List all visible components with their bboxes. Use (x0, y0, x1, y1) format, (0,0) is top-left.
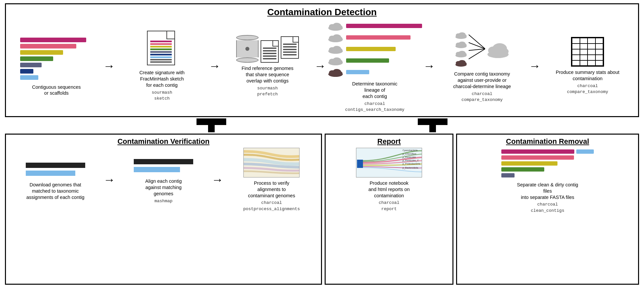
svg-point-27 (462, 44, 467, 47)
step-taxonomy-cmd: charcoalcontigs_search_taxonomy (345, 101, 404, 113)
cloud-icon-2 (328, 32, 343, 42)
step-align-cmd: mashmap (155, 198, 173, 204)
svg-text:p_Chloroflext: p_Chloroflext (403, 153, 416, 155)
step-summary-cmd: charcoalcompare_taxonomy (567, 83, 608, 95)
top-flow-row: Contiguous sequencesor scaffolds → (11, 19, 633, 113)
arrow-3: → (313, 59, 328, 73)
contig-bars (20, 36, 93, 81)
cloud-icon-3 (328, 44, 343, 54)
step-align-label: Align each contigagainst matchinggenomes (145, 178, 182, 197)
step-signature-label: Create signature withFracMinHash sketchf… (139, 70, 185, 88)
down-arrow-left (197, 118, 226, 132)
bar-5 (20, 63, 42, 67)
svg-point-11 (337, 48, 342, 52)
svg-point-43 (500, 48, 509, 55)
arrow-5: → (527, 59, 542, 73)
step-taxonomy: Determine taxonomiclineage ofeach contig… (328, 19, 422, 113)
svg-point-19 (337, 71, 342, 75)
svg-line-36 (469, 35, 485, 49)
svg-point-31 (462, 53, 467, 56)
cloud-icon-5 (328, 67, 343, 77)
db-icon (236, 35, 259, 63)
step-contigs: Contiguous sequencesor scaffolds (11, 36, 102, 97)
small-cloud-4 (455, 59, 467, 67)
report-cmd: charcoalreport (379, 200, 399, 212)
small-cloud-1 (455, 31, 467, 39)
alignment-chart (243, 148, 300, 177)
svg-text:p_Firmicutes: p_Firmicutes (403, 156, 416, 159)
report-title: Report (330, 137, 448, 146)
svg-point-3 (337, 25, 342, 29)
step-process-cmd: charcoalpostprocess_alignments (243, 200, 300, 212)
svg-marker-45 (418, 118, 447, 132)
top-title: Contamination Detection (11, 7, 633, 17)
removal-label: Separate clean & dirty contig filesinto … (515, 182, 581, 201)
svg-rect-48 (357, 160, 363, 168)
report-label: Produce notebookand html reports onconta… (369, 180, 410, 199)
cloud-icon-1 (328, 21, 343, 31)
step-reference-cmd: sourmashprefetch (257, 85, 278, 97)
svg-marker-44 (197, 118, 226, 132)
step-compare-label: Compare contig taxonomyagainst user-prov… (453, 71, 511, 90)
arrow-2: → (207, 59, 222, 73)
step-process: Process to verifyalignments tocontaminan… (226, 148, 317, 212)
bottom-middle: Report (325, 134, 453, 285)
svg-point-35 (462, 62, 467, 65)
top-section: Contamination Detection Contiguous seque… (5, 3, 639, 117)
removal-title: Contamination Removal (461, 137, 634, 146)
bar-2 (20, 44, 76, 48)
step-align: Align each contigagainst matchinggenomes… (118, 156, 209, 204)
svg-point-23 (462, 34, 467, 38)
bar-7 (20, 75, 38, 80)
step-reference: Find reference genomesthat share sequenc… (222, 35, 313, 97)
bottom-left: Contamination Verification Download geno… (5, 134, 322, 285)
svg-point-15 (337, 60, 342, 64)
bottom-section: Contamination Verification Download geno… (5, 134, 639, 285)
cloud-icon-4 (328, 55, 343, 65)
big-arrows-row (5, 118, 639, 132)
main-container: Contamination Detection Contiguous seque… (0, 0, 644, 288)
signature-doc-icon (147, 31, 177, 67)
svg-text:p_Bacteroidota: p_Bacteroidota (403, 167, 418, 169)
removal-bars (501, 148, 594, 179)
step-summary: Produce summary stats about contaminatio… (542, 37, 633, 95)
small-cloud-2 (455, 40, 467, 48)
step-taxonomy-label: Determine taxonomiclineage ofeach contig (352, 81, 397, 100)
grid-icon (571, 37, 604, 67)
big-cloud (486, 40, 510, 58)
svg-point-7 (337, 37, 342, 41)
bar-3 (20, 50, 63, 55)
svg-text:Cyanobacteria: Cyanobacteria (403, 149, 417, 152)
verification-flow: Download genomes thatmatched to taxonomi… (10, 148, 317, 212)
step-download: Download genomes thatmatched to taxonomi… (10, 159, 101, 201)
step-signature: Create signature withFracMinHash sketchf… (117, 31, 208, 102)
step-download-label: Download genomes thatmatched to taxonomi… (26, 182, 85, 201)
report-chart: Cyanobacteria p_Chloroflext p_Firmicutes… (356, 148, 422, 177)
step-compare-cmd: charcoalcompare_taxonomy (461, 91, 503, 103)
step-compare: Compare contig taxonomyagainst user-prov… (437, 29, 528, 103)
bar-4 (20, 56, 53, 61)
step-summary-label: Produce summary stats about contaminatio… (555, 69, 621, 82)
step-signature-cmd: sourmashsketch (152, 90, 172, 102)
mini-doc-2 (281, 36, 299, 59)
connecting-lines (469, 31, 485, 67)
down-arrow-right (418, 118, 447, 132)
small-cloud-3 (455, 49, 467, 57)
arrow-v1: → (102, 173, 117, 187)
arrow-v2: → (210, 173, 225, 187)
bottom-right: Contamination Removal (456, 134, 639, 285)
step-contigs-label: Contiguous sequencesor scaffolds (32, 84, 81, 97)
svg-text:p_Proteobacteria: p_Proteobacteria (403, 163, 420, 165)
arrow-4: → (422, 59, 437, 73)
bar-1 (20, 38, 86, 42)
arrow-1: → (102, 59, 117, 73)
svg-line-37 (469, 43, 485, 49)
svg-text:p_Firmicutes_C: p_Firmicutes_C (403, 159, 419, 162)
step-process-label: Process to verifyalignments tocontaminan… (248, 180, 295, 199)
removal-cmd: charcoalclean_contigs (531, 202, 564, 213)
bar-6 (20, 69, 33, 74)
mini-doc-1 (261, 40, 279, 63)
verification-title: Contamination Verification (10, 137, 317, 146)
step-reference-label: Find reference genomesthat share sequenc… (241, 65, 293, 84)
